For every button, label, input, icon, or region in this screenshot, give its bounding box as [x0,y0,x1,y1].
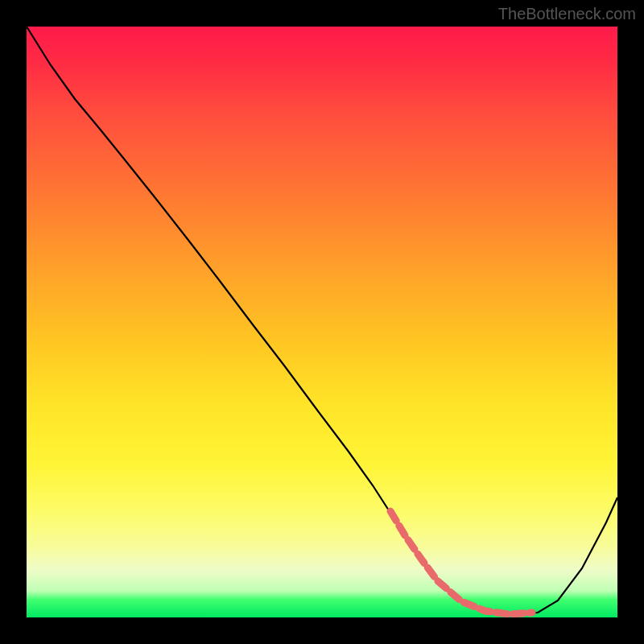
plot-area [27,27,617,617]
watermark-text: TheBottleneck.com [498,5,636,23]
highlight-marker [390,511,532,614]
main-curve [27,27,617,614]
chart-svg [27,27,617,617]
